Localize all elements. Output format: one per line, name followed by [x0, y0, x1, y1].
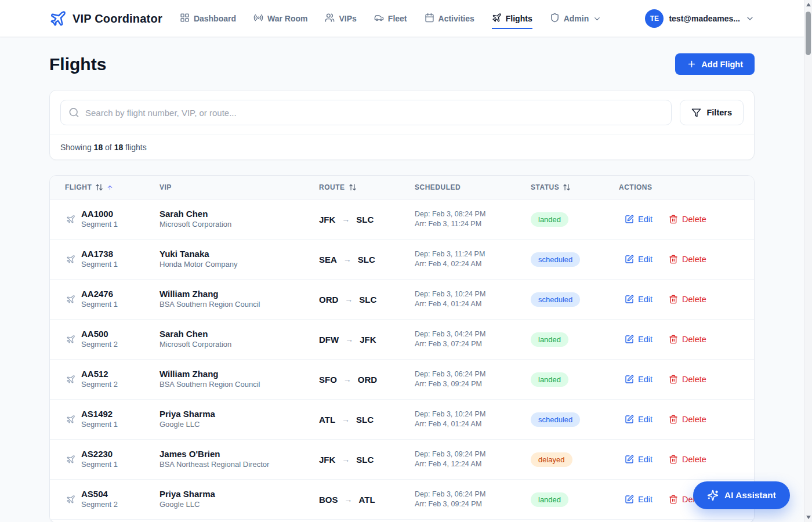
delete-button[interactable]: Delete [669, 415, 706, 424]
ai-assistant-button[interactable]: AI Assistant [693, 481, 790, 509]
status-badge: delayed [531, 452, 572, 467]
arrival-time: Arr: Feb 4, 02:24 AM [415, 259, 531, 269]
route-destination: ATL [359, 495, 375, 505]
page-title: Flights [49, 55, 106, 74]
flight-number: AS2230 [81, 449, 118, 460]
scrollbar-thumb[interactable] [806, 12, 811, 55]
delete-button[interactable]: Delete [669, 335, 706, 344]
delete-button[interactable]: Delete [669, 375, 706, 384]
column-header-route[interactable]: ROUTE [319, 183, 415, 191]
filter-icon [691, 108, 701, 118]
nav-item-admin[interactable]: Admin [550, 8, 602, 29]
route-arrow: → [342, 415, 350, 424]
brand[interactable]: VIP Coordinator [49, 10, 162, 27]
route-arrow: → [342, 215, 350, 224]
nav-label: VIPs [339, 14, 356, 23]
add-flight-button[interactable]: Add Flight [675, 53, 755, 75]
nav-item-flights[interactable]: Flights [492, 8, 532, 29]
edit-button[interactable]: Edit [625, 375, 652, 384]
column-header-actions: ACTIONS [619, 183, 754, 191]
flight-row: AS2230 Segment 1 James O'Brien BSA North… [50, 440, 754, 480]
flight-row: AA1738 Segment 1 Yuki Tanaka Honda Motor… [50, 240, 754, 280]
edit-button[interactable]: Edit [625, 415, 652, 424]
edit-button[interactable]: Edit [625, 495, 652, 504]
delete-button[interactable]: Delete [669, 455, 706, 464]
flight-row: AA500 Segment 2 Sarah Chen Microsoft Cor… [50, 320, 754, 360]
flight-segment: Segment 1 [81, 220, 118, 230]
edit-icon [625, 215, 634, 224]
sort-icon[interactable] [349, 183, 357, 191]
route-origin: ATL [319, 415, 335, 425]
vip-name: Yuki Tanaka [160, 249, 319, 260]
search-card: Filters Showing 18 of 18 flights [49, 90, 755, 160]
vip-name: Sarah Chen [160, 329, 319, 340]
search-icon [68, 107, 79, 118]
scrollbar-down-arrow[interactable] [806, 516, 811, 519]
flight-number: AS504 [81, 489, 118, 500]
avatar: TE [645, 9, 664, 28]
route-destination: SLC [356, 415, 374, 425]
route: SEA → SLC [319, 255, 415, 264]
route-destination: SLC [359, 295, 376, 304]
edit-button[interactable]: Edit [625, 295, 652, 304]
flight-segment: Segment 2 [81, 500, 118, 510]
table-body: AA1000 Segment 1 Sarah Chen Microsoft Co… [50, 200, 754, 520]
user-menu[interactable]: TE test@madeames... [645, 9, 755, 28]
plane-icon [66, 375, 75, 384]
nav-item-vips[interactable]: VIPs [325, 8, 356, 29]
column-header-status[interactable]: STATUS [531, 183, 619, 191]
nav-label: Fleet [388, 14, 407, 23]
trash-icon [669, 255, 678, 264]
scrollbar-up-arrow[interactable] [806, 3, 811, 6]
users-icon [325, 13, 335, 24]
nav-item-fleet[interactable]: Fleet [374, 8, 407, 29]
flight-number: AA1738 [81, 249, 118, 260]
nav-item-activities[interactable]: Activities [425, 8, 474, 29]
plane-icon [492, 13, 502, 24]
edit-button[interactable]: Edit [625, 255, 652, 264]
arrival-time: Arr: Feb 4, 01:24 AM [415, 299, 531, 309]
edit-button[interactable]: Edit [625, 215, 652, 224]
arrival-time: Arr: Feb 4, 12:24 AM [415, 459, 531, 469]
flight-segment: Segment 2 [81, 380, 118, 390]
arrival-time: Arr: Feb 4, 01:24 AM [415, 419, 531, 429]
flight-row: AS504 Segment 2 Priya Sharma Google LLC … [50, 480, 754, 520]
column-header-vip: VIP [160, 183, 319, 191]
nav-item-war-room[interactable]: War Room [253, 8, 307, 29]
trash-icon [669, 215, 678, 224]
edit-icon [625, 375, 634, 384]
nav-label: Flights [506, 14, 532, 23]
route-arrow: → [345, 335, 353, 344]
plus-icon [687, 59, 697, 69]
search-input[interactable] [60, 100, 672, 125]
departure-time: Dep: Feb 3, 06:24 PM [415, 490, 531, 499]
delete-button[interactable]: Delete [669, 215, 706, 224]
delete-button[interactable]: Delete [669, 255, 706, 264]
filters-button[interactable]: Filters [680, 100, 744, 125]
main-nav: Dashboard War Room VIPs Fleet Activities [180, 8, 646, 29]
plane-logo-icon [49, 10, 67, 27]
flight-row: AA512 Segment 2 William Zhang BSA Southe… [50, 360, 754, 400]
sort-icon[interactable] [95, 183, 103, 191]
total-count: 18 [114, 143, 124, 152]
vip-name: William Zhang [160, 369, 319, 380]
flight-segment: Segment 2 [81, 340, 118, 350]
edit-button[interactable]: Edit [625, 335, 652, 344]
flight-row: AA1000 Segment 1 Sarah Chen Microsoft Co… [50, 200, 754, 240]
sort-icon[interactable] [563, 183, 571, 191]
route: BOS → ATL [319, 495, 415, 505]
delete-button[interactable]: Delete [669, 295, 706, 304]
vip-organization: Microsoft Corporation [160, 340, 319, 350]
shown-count: 18 [94, 143, 103, 152]
vip-organization: Google LLC [160, 500, 319, 510]
vip-name: William Zhang [160, 289, 319, 300]
column-header-flight[interactable]: FLIGHT [50, 183, 160, 191]
edit-button[interactable]: Edit [625, 455, 652, 464]
page-scrollbar[interactable] [804, 0, 812, 522]
route-origin: BOS [319, 495, 338, 505]
plane-icon [66, 215, 75, 224]
status-badge: scheduled [531, 292, 580, 307]
flight-row: AA2476 Segment 1 William Zhang BSA South… [50, 280, 754, 320]
nav-item-dashboard[interactable]: Dashboard [180, 8, 236, 29]
route-origin: JFK [319, 455, 335, 465]
